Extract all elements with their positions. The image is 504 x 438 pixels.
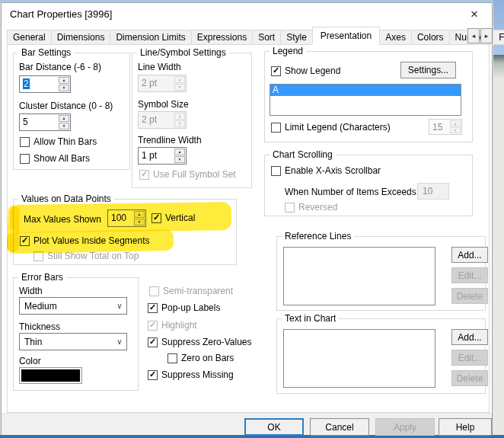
checkbox-box: ✓ [152, 213, 161, 223]
reference-lines-delete-button: Delete [451, 288, 488, 304]
limit-legend-value: 15 [429, 120, 449, 134]
checkbox-box: ✓ [139, 170, 149, 180]
popup-labels-checkbox[interactable]: ✓ Pop-up Labels [148, 302, 220, 313]
checkbox-box: ✓ [148, 321, 158, 331]
error-bar-color-label: Color [19, 356, 41, 366]
limit-legend-spinner: 15 ▲ ▼ [429, 119, 462, 135]
tab-dimensions[interactable]: Dimensions [51, 30, 111, 45]
line-symbol-settings-group: Line/Symbol Settings Line Width 2 pt ▲ ▼… [132, 53, 252, 188]
limit-legend-checkbox[interactable]: Limit Legend (Characters) [271, 122, 391, 133]
spin-down-icon: ▼ [62, 86, 66, 90]
cluster-distance-value[interactable]: 5 [20, 114, 58, 130]
spin-up-button[interactable]: ▲ [59, 77, 69, 84]
bar-distance-spinner[interactable]: 2 ▲ ▼ [19, 75, 71, 93]
cluster-distance-spinner[interactable]: 5 ▲ ▼ [19, 113, 71, 131]
text-in-chart-add-button[interactable]: Add... [451, 329, 488, 345]
tab-colors[interactable]: Colors [411, 30, 450, 45]
tab-axes[interactable]: Axes [379, 30, 412, 45]
error-bar-color-swatch[interactable] [19, 367, 82, 384]
tab-general[interactable]: General [7, 30, 52, 45]
use-full-symbol-set-checkbox: ✓ Use Full Symbol Set [139, 169, 236, 180]
highlight-checkbox: ✓ Highlight [148, 320, 197, 331]
bar-distance-value[interactable]: 2 [20, 76, 58, 92]
suppress-zero-values-checkbox[interactable]: ✓ Suppress Zero-Values [148, 337, 252, 347]
vertical-checkbox[interactable]: ✓ Vertical [152, 213, 195, 223]
symbol-size-value: 2 pt [139, 112, 174, 128]
symbol-size-spinner: 2 pt ▲ ▼ [138, 111, 187, 129]
suppress-missing-checkbox[interactable]: ✓ Suppress Missing [148, 369, 234, 380]
show-legend-checkbox[interactable]: ✓ Show Legend [271, 66, 340, 76]
spin-down-button[interactable]: ▼ [174, 156, 185, 163]
group-title: Text in Chart [282, 313, 339, 324]
tab-scroll-right-button[interactable]: ▸ [480, 28, 493, 43]
spin-down-button[interactable]: ▼ [59, 85, 69, 91]
enable-x-axis-scrollbar-checkbox[interactable]: Enable X-Axis Scrollbar [271, 165, 381, 176]
group-title: Legend [270, 46, 306, 56]
checkbox-box [285, 203, 295, 213]
spin-down-button[interactable]: ▼ [134, 219, 145, 225]
reversed-checkbox: Reversed [285, 202, 337, 213]
error-bar-width-select[interactable]: Medium ∨ [19, 297, 127, 315]
spin-up-button: ▲ [174, 113, 185, 120]
legend-listbox[interactable]: A [270, 84, 461, 116]
tab-expressions[interactable]: Expressions [191, 30, 253, 45]
reference-lines-listbox[interactable] [283, 247, 435, 305]
values-on-data-points-group: Values on Data Points Max Values Shown 1… [13, 199, 237, 265]
chart-properties-dialog: Chart Properties [3996] × General Dimens… [1, 2, 493, 435]
tab-font[interactable]: Font [493, 30, 504, 45]
checkbox-label: Limit Legend (Characters) [285, 122, 391, 133]
spin-up-button[interactable]: ▲ [134, 211, 145, 218]
error-bar-thickness-select[interactable]: Thin ∨ [19, 333, 127, 350]
reference-lines-add-button[interactable]: Add... [451, 247, 488, 263]
trendline-width-label: Trendline Width [138, 135, 202, 145]
spin-up-icon: ▲ [178, 114, 182, 118]
text-in-chart-edit-button: Edit... [451, 350, 488, 366]
trendline-width-spinner[interactable]: 1 pt ▲ ▼ [138, 147, 187, 165]
spin-up-button[interactable]: ▲ [174, 149, 185, 155]
spin-up-icon: ▲ [454, 122, 458, 126]
titlebar[interactable]: Chart Properties [3996] × [2, 3, 492, 25]
spin-up-button: ▲ [174, 76, 185, 83]
checkbox-box [20, 154, 30, 164]
checkbox-label: Allow Thin Bars [33, 136, 97, 147]
max-values-shown-label: Max Values Shown [24, 214, 101, 225]
still-show-total-checkbox: Still Show Total on Top [33, 251, 139, 261]
chevron-down-icon: ∨ [113, 337, 126, 346]
legend-settings-button[interactable]: Settings... [400, 62, 456, 78]
show-all-bars-checkbox[interactable]: Show All Bars [20, 153, 90, 164]
check-icon: ✓ [149, 303, 156, 312]
checkbox-box: ✓ [148, 337, 158, 347]
spin-down-button[interactable]: ▼ [59, 123, 69, 129]
checkbox-label: Zero on Bars [181, 353, 234, 363]
max-values-shown-spinner[interactable]: 100 ▲ ▼ [107, 209, 146, 227]
tab-dimension-limits[interactable]: Dimension Limits [110, 30, 191, 45]
help-button[interactable]: Help [439, 418, 492, 436]
allow-thin-bars-checkbox[interactable]: Allow Thin Bars [20, 136, 97, 147]
text-in-chart-listbox[interactable] [283, 329, 435, 388]
group-title: Bar Settings [18, 47, 74, 58]
max-values-shown-value[interactable]: 100 [108, 210, 133, 226]
tab-style[interactable]: Style [280, 30, 313, 45]
tab-sort[interactable]: Sort [252, 30, 281, 45]
checkbox-box: ✓ [20, 236, 30, 246]
spin-up-icon: ▲ [138, 213, 142, 216]
spin-up-icon: ▲ [178, 78, 182, 82]
plot-values-inside-segments-checkbox[interactable]: ✓ Plot Values Inside Segments [20, 235, 150, 246]
error-bar-width-label: Width [19, 286, 43, 296]
tab-scroll-left-button[interactable]: ◂ [467, 28, 480, 43]
trendline-width-value[interactable]: 1 pt [139, 148, 174, 164]
tab-presentation[interactable]: Presentation [312, 27, 380, 45]
ok-button[interactable]: OK [244, 418, 304, 436]
checkbox-label: Reversed [298, 202, 337, 213]
close-button[interactable]: × [461, 5, 487, 24]
legend-list-item[interactable]: A [270, 85, 461, 96]
checkbox-box [271, 166, 281, 176]
spin-up-button[interactable]: ▲ [59, 115, 69, 122]
legend-group: Legend ✓ Show Legend Settings... A Limit… [264, 51, 473, 142]
zero-on-bars-checkbox[interactable]: Zero on Bars [167, 353, 234, 363]
spin-up-icon: ▲ [62, 78, 66, 82]
cancel-button[interactable]: Cancel [310, 418, 369, 436]
line-width-value: 2 pt [139, 75, 174, 91]
line-width-label: Line Width [138, 62, 181, 72]
check-icon: ✓ [149, 337, 156, 346]
